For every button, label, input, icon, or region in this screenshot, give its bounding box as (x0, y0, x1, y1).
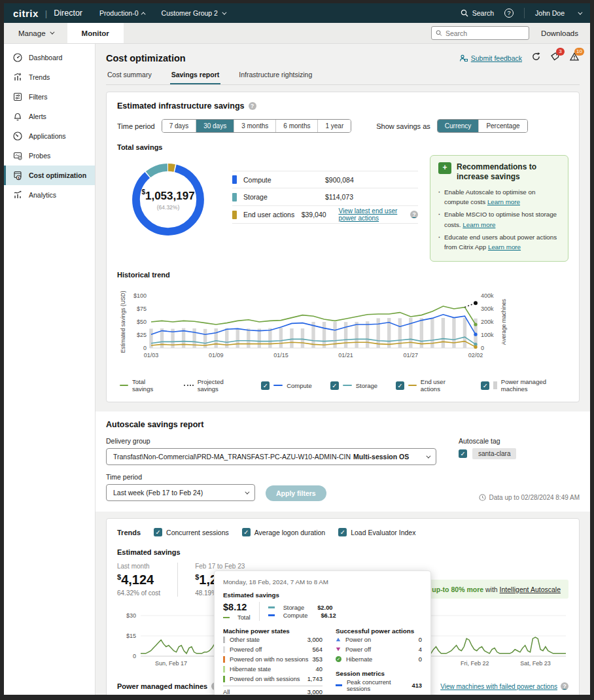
apply-filters-button[interactable]: Apply filters (266, 485, 326, 501)
total-savings-label: Total savings (117, 143, 568, 151)
legend-end-user-actions-toggle[interactable]: End user actions (396, 378, 463, 393)
sidebar-item-filters[interactable]: Filters (4, 87, 95, 107)
cost-optimization-icon: $ (12, 170, 23, 181)
svg-text:01/03: 01/03 (144, 352, 159, 359)
autoscale-tag-checkbox[interactable] (459, 449, 467, 458)
sidebar: Dashboard Trends Filters Alerts Applicat… (4, 44, 96, 695)
page-title: Cost optimization (106, 53, 186, 63)
legend-storage-toggle[interactable]: Storage (330, 381, 377, 390)
sidebar-item-trends[interactable]: Trends (4, 67, 95, 87)
tab-infrastructure-rightsizing[interactable]: Infrastructure rightsizing (237, 71, 313, 84)
autoscale-tag-chip[interactable]: santa-clara (472, 448, 516, 459)
learn-more-link[interactable]: Learn more (488, 243, 521, 251)
concurrent-sessions-toggle[interactable]: Concurrent sessions (154, 528, 229, 536)
average-logon-duration-toggle[interactable]: Average logon duration (242, 528, 325, 536)
learn-more-link[interactable]: Learn more (487, 198, 520, 205)
downloads-link[interactable]: Downloads (541, 29, 578, 37)
tag-badge: 3 (556, 48, 565, 56)
product-name: Director (54, 9, 82, 18)
legend-projected-savings: Projected savings (184, 378, 243, 393)
probes-icon (12, 150, 23, 161)
manage-menu[interactable]: Manage (4, 23, 67, 43)
sidebar-item-alerts[interactable]: Alerts (4, 107, 95, 126)
checkbox-checked[interactable] (481, 381, 489, 390)
compute-swatch (232, 175, 237, 184)
svg-text:0: 0 (133, 653, 136, 659)
svg-text:Estimated savings (USD): Estimated savings (USD) (120, 290, 126, 353)
svg-text:Fri, Feb 22: Fri, Feb 22 (461, 660, 489, 667)
checkbox-checked[interactable] (242, 528, 251, 536)
sidebar-item-dashboard[interactable]: Dashboard (4, 48, 95, 67)
svg-text:$30: $30 (126, 612, 136, 619)
svg-text:Sat, Feb 23: Sat, Feb 23 (520, 660, 551, 667)
refresh-icon (531, 52, 541, 61)
checkbox-checked[interactable] (154, 528, 162, 536)
dashboard-icon (12, 52, 23, 63)
historical-trend-chart[interactable]: $100$75$50$250400k300k200k100k0Estimated… (117, 287, 568, 376)
help-icon[interactable]: ? (504, 9, 514, 18)
submit-feedback-link[interactable]: Submit feedback (459, 54, 522, 62)
period-6-months[interactable]: 6 months (275, 120, 317, 132)
intelligent-autoscale-link[interactable]: Intelligent Autoscale (500, 586, 561, 593)
checkbox-checked[interactable] (261, 381, 270, 390)
svg-text:0: 0 (481, 345, 484, 351)
monitor-tab[interactable]: Monitor (67, 23, 124, 43)
period-1-year[interactable]: 1 year (317, 120, 351, 132)
console-nav-bar: Manage Monitor Downloads (4, 23, 590, 44)
chevron-up-icon (141, 12, 145, 16)
user-menu[interactable]: John Doe (535, 9, 581, 17)
chevron-down-icon (578, 10, 582, 14)
search-input[interactable] (446, 29, 525, 37)
sidebar-item-cost-optimization[interactable]: $ Cost optimization (4, 166, 95, 185)
application-window: citrix | Director Production-0 Customer … (4, 3, 590, 695)
mode-currency[interactable]: Currency (438, 120, 479, 132)
legend-row-end-user-actions: End user actions $39,040 View latest end… (232, 206, 418, 224)
customer-group-selector[interactable]: Customer Group 2 (162, 9, 225, 17)
help-icon[interactable]: ? (561, 682, 568, 690)
legend-compute-toggle[interactable]: Compute (261, 381, 312, 390)
tab-cost-summary[interactable]: Cost summary (106, 71, 153, 84)
help-icon[interactable]: ? (410, 211, 418, 219)
console-search-box[interactable] (431, 26, 529, 40)
recommendations-panel: + Recommendations to increase savings En… (430, 155, 568, 262)
mode-percentage[interactable]: Percentage (478, 120, 527, 132)
alerts-button[interactable]: 10 (569, 52, 580, 64)
environment-selector[interactable]: Production-0 (99, 9, 146, 17)
refresh-button[interactable] (531, 52, 541, 64)
brand-divider: | (45, 9, 47, 18)
data-upto-status: Data up to 02/28/2024 8:49 AM (479, 494, 580, 501)
legend-power-managed-machines-toggle[interactable]: Power managed machines (481, 378, 568, 393)
sidebar-item-applications[interactable]: Applications (4, 126, 95, 146)
total-savings-donut-chart[interactable]: $1,053,197 (64.32%) (126, 158, 210, 241)
learn-more-link[interactable]: Learn more (463, 221, 495, 228)
delivery-group-select[interactable]: Transfast\Non-Commercial\PRD-MA_TRANSFAS… (106, 448, 436, 465)
time-period-label: Time period (117, 122, 155, 130)
autoscale-title: Autoscale savings report (106, 420, 580, 429)
checkbox-checked[interactable] (338, 528, 347, 536)
sidebar-item-analytics[interactable]: Analytics (4, 185, 95, 205)
svg-text:01/27: 01/27 (404, 352, 419, 359)
tab-savings-report[interactable]: Savings report (170, 71, 221, 84)
checkbox-checked[interactable] (396, 381, 404, 390)
time-period-segmented-control: 7 days 30 days 3 months 6 months 1 year (162, 119, 352, 133)
tagged-alerts-button[interactable]: 3 (550, 52, 560, 64)
help-icon[interactable]: ? (249, 102, 256, 110)
chevron-down-icon (50, 30, 54, 35)
period-30-days[interactable]: 30 days (196, 120, 234, 132)
machine-power-states-label: Machine power states (223, 627, 323, 635)
legend-row-storage: Storage $114,073 (232, 188, 418, 206)
sidebar-item-probes[interactable]: Probes (4, 146, 95, 166)
svg-text:02/02: 02/02 (468, 352, 483, 359)
global-search-button[interactable]: Search (461, 9, 494, 17)
time-period-select[interactable]: Last week (Feb 17 to Feb 24) (106, 484, 255, 501)
view-failed-power-actions-link[interactable]: View machines with failed power actions? (440, 682, 568, 690)
time-period-label: Time period (106, 473, 255, 481)
load-evaluator-index-toggle[interactable]: Load Evaluator Index (338, 528, 415, 536)
period-7-days[interactable]: 7 days (162, 120, 196, 132)
autoscale-tag-label: Autoscale tag (459, 437, 516, 445)
view-end-user-power-actions-link[interactable]: View latest end user power actions? (338, 207, 418, 222)
recommendation-icon: + (438, 162, 451, 174)
period-3-months[interactable]: 3 months (234, 120, 275, 132)
checkbox-checked[interactable] (330, 381, 339, 390)
svg-text:$75: $75 (137, 306, 147, 312)
